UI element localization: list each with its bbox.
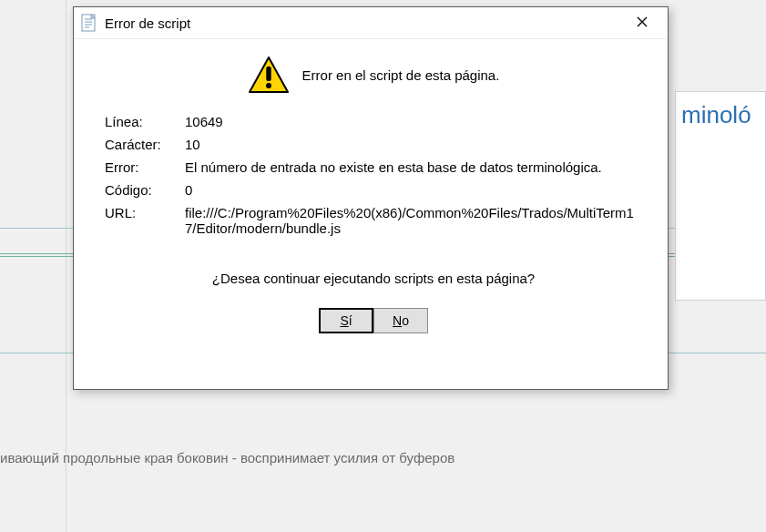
continue-question: ¿Desea continuar ejecutando scripts en e…	[105, 271, 642, 286]
svg-rect-7	[266, 66, 271, 81]
error-details-grid: Línea: 10649 Carácter: 10 Error: El núme…	[105, 114, 642, 236]
dialog-button-row: Sí No	[105, 308, 642, 333]
label-line: Línea:	[105, 114, 185, 129]
value-error: El número de entrada no existe en esta b…	[185, 159, 642, 175]
background-text-line: ивающий продольные края боковин - воспри…	[0, 450, 454, 466]
dialog-hero: Error en el script de esta página.	[105, 56, 642, 94]
yes-rest: í	[349, 313, 352, 328]
close-button[interactable]	[622, 9, 662, 36]
label-code: Código:	[105, 182, 185, 198]
yes-button[interactable]: Sí	[319, 308, 373, 333]
label-char: Carácter:	[105, 137, 185, 152]
close-icon	[637, 16, 648, 30]
value-char: 10	[185, 137, 642, 152]
script-error-dialog: Error de script Error en el script de es…	[73, 6, 669, 390]
dialog-titlebar[interactable]: Error de script	[74, 7, 668, 39]
label-error: Error:	[105, 159, 185, 175]
value-line: 10649	[185, 114, 642, 129]
svg-point-8	[266, 83, 271, 88]
yes-accel: S	[340, 313, 348, 328]
value-url: file:///C:/Program%20Files%20(x86)/Commo…	[185, 205, 642, 236]
background-panel-text: minoló	[681, 101, 751, 128]
value-code: 0	[185, 182, 642, 198]
dialog-body: Error en el script de esta página. Línea…	[74, 39, 668, 333]
label-url: URL:	[105, 205, 185, 236]
dialog-title: Error de script	[105, 15, 622, 31]
no-accel: N	[393, 313, 402, 328]
background-panel: minoló	[675, 91, 766, 301]
document-icon	[81, 14, 96, 32]
dialog-hero-text: Error en el script de esta página.	[302, 67, 500, 83]
warning-icon	[248, 56, 290, 94]
no-rest: o	[402, 313, 409, 328]
no-button[interactable]: No	[373, 308, 428, 333]
